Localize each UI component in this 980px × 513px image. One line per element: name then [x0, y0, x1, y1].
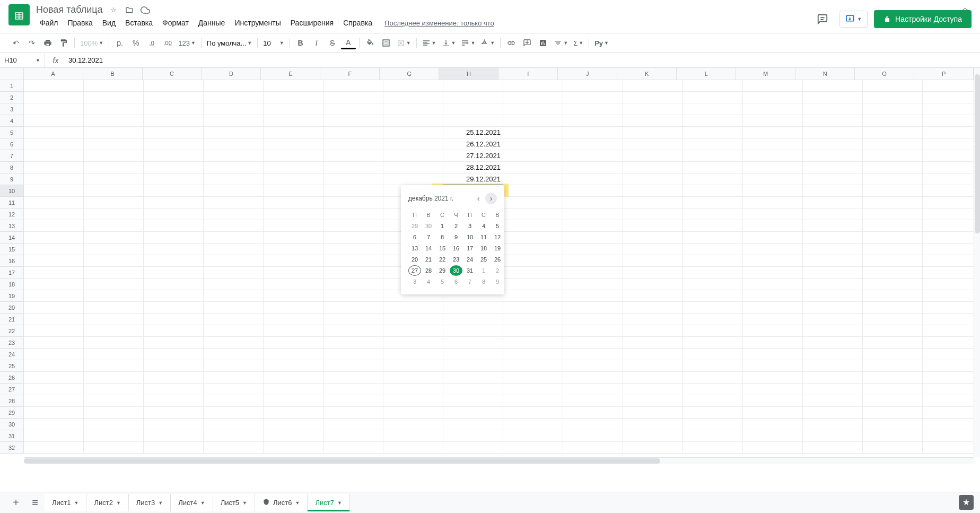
cell-M14[interactable]: [743, 232, 803, 244]
cell-N9[interactable]: [803, 173, 863, 185]
cell-M22[interactable]: [743, 325, 803, 337]
datepicker-day-14[interactable]: 14: [422, 243, 435, 254]
cell-P14[interactable]: [923, 232, 980, 244]
cell-C29[interactable]: [144, 407, 204, 419]
datepicker-day-9[interactable]: 9: [450, 232, 462, 242]
paint-format-button[interactable]: [56, 36, 71, 50]
cell-E26[interactable]: [264, 372, 323, 384]
cell-I6[interactable]: [503, 138, 563, 150]
cell-K6[interactable]: [623, 138, 683, 150]
text-wrap-dropdown[interactable]: ▼: [459, 36, 477, 50]
datepicker-day-1[interactable]: 1: [436, 221, 449, 231]
sheet-tab-Лист7[interactable]: Лист7▼: [308, 494, 349, 511]
cell-A1[interactable]: [24, 80, 84, 92]
cell-F31[interactable]: [323, 430, 383, 442]
cell-K29[interactable]: [623, 407, 683, 419]
datepicker-day-26[interactable]: 26: [491, 254, 504, 265]
cell-M24[interactable]: [743, 349, 803, 360]
column-header-N[interactable]: N: [795, 68, 855, 80]
cell-O13[interactable]: [863, 220, 923, 232]
cell-E25[interactable]: [264, 360, 323, 372]
sheet-tab-Лист6[interactable]: Лист6▼: [255, 494, 308, 511]
cell-C32[interactable]: [144, 442, 204, 454]
datepicker-day-30[interactable]: 30: [450, 265, 462, 276]
cell-P10[interactable]: [923, 185, 980, 197]
cell-M12[interactable]: [743, 208, 803, 220]
cell-N5[interactable]: [803, 127, 863, 138]
cell-M8[interactable]: [743, 162, 803, 173]
cell-E5[interactable]: [264, 127, 323, 138]
star-icon[interactable]: ☆: [108, 5, 119, 15]
column-header-F[interactable]: F: [320, 68, 380, 80]
cell-M32[interactable]: [743, 442, 803, 454]
cell-K30[interactable]: [623, 419, 683, 430]
menu-данные[interactable]: Данные: [195, 16, 229, 29]
present-button[interactable]: ▼: [839, 11, 868, 28]
cell-B5[interactable]: [84, 127, 144, 138]
cell-A19[interactable]: [24, 290, 84, 302]
document-title[interactable]: Новая таблица: [36, 4, 103, 15]
cell-E29[interactable]: [264, 407, 323, 419]
horizontal-align-dropdown[interactable]: ▼: [420, 36, 439, 50]
datepicker-day-13[interactable]: 13: [408, 243, 421, 254]
cell-N4[interactable]: [803, 115, 863, 127]
cell-P7[interactable]: [923, 150, 980, 162]
cell-N12[interactable]: [803, 208, 863, 220]
cell-L27[interactable]: [683, 384, 743, 395]
cell-B31[interactable]: [84, 430, 144, 442]
cell-E6[interactable]: [264, 138, 323, 150]
sheet-tab-menu-icon[interactable]: ▼: [74, 500, 78, 506]
cell-H30[interactable]: [443, 419, 503, 430]
cell-A24[interactable]: [24, 349, 84, 360]
cell-K26[interactable]: [623, 372, 683, 384]
share-button[interactable]: Настройки Доступа: [874, 10, 972, 28]
cell-I7[interactable]: [503, 150, 563, 162]
last-edit-link[interactable]: Последнее изменение: только что: [384, 19, 494, 27]
cell-J5[interactable]: [563, 127, 623, 138]
row-header-23[interactable]: 23: [0, 337, 23, 349]
cell-F6[interactable]: [323, 138, 383, 150]
cell-B1[interactable]: [84, 80, 144, 92]
cell-O11[interactable]: [863, 197, 923, 208]
cell-B11[interactable]: [84, 197, 144, 208]
cell-J23[interactable]: [563, 337, 623, 349]
cell-M28[interactable]: [743, 395, 803, 407]
cell-K8[interactable]: [623, 162, 683, 173]
column-header-G[interactable]: G: [380, 68, 439, 80]
cell-E23[interactable]: [264, 337, 323, 349]
cell-O10[interactable]: [863, 185, 923, 197]
cell-E24[interactable]: [264, 349, 323, 360]
cell-B12[interactable]: [84, 208, 144, 220]
cell-J20[interactable]: [563, 302, 623, 314]
cell-L22[interactable]: [683, 325, 743, 337]
explore-button[interactable]: [959, 495, 974, 510]
cell-J2[interactable]: [563, 92, 623, 103]
cell-C6[interactable]: [144, 138, 204, 150]
datepicker-day-8[interactable]: 8: [477, 276, 490, 287]
increase-decimal-button[interactable]: .00: [160, 36, 175, 50]
cell-F4[interactable]: [323, 115, 383, 127]
cell-N21[interactable]: [803, 314, 863, 325]
cell-E22[interactable]: [264, 325, 323, 337]
cell-K14[interactable]: [623, 232, 683, 244]
cell-N2[interactable]: [803, 92, 863, 103]
cell-G26[interactable]: [383, 372, 443, 384]
cell-N10[interactable]: [803, 185, 863, 197]
datepicker-day-28[interactable]: 28: [422, 265, 435, 276]
fill-color-button[interactable]: [363, 36, 378, 50]
cell-M18[interactable]: [743, 279, 803, 290]
cell-I17[interactable]: [503, 267, 563, 279]
row-header-5[interactable]: 5: [0, 127, 23, 138]
datepicker-day-3[interactable]: 3: [463, 221, 476, 231]
cell-C4[interactable]: [144, 115, 204, 127]
cell-A2[interactable]: [24, 92, 84, 103]
cell-F12[interactable]: [323, 208, 383, 220]
cell-N1[interactable]: [803, 80, 863, 92]
cell-M3[interactable]: [743, 103, 803, 115]
cell-D30[interactable]: [204, 419, 264, 430]
number-format-dropdown[interactable]: 123▼: [176, 36, 198, 50]
cell-H32[interactable]: [443, 442, 503, 454]
cell-M25[interactable]: [743, 360, 803, 372]
cell-D4[interactable]: [204, 115, 264, 127]
cell-F1[interactable]: [323, 80, 383, 92]
